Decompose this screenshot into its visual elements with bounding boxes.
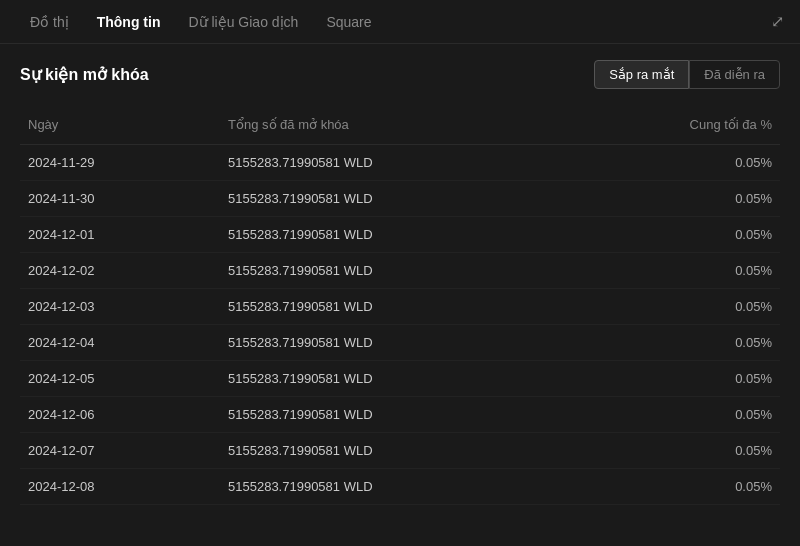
cell-max-supply-pct: 0.05% (580, 325, 780, 360)
cell-max-supply-pct: 0.05% (580, 181, 780, 216)
cell-max-supply-pct: 0.05% (580, 253, 780, 288)
cell-date: 2024-12-07 (20, 433, 220, 468)
cell-date: 2024-12-01 (20, 217, 220, 252)
cell-total-unlocked: 5155283.71990581 WLD (220, 217, 580, 252)
expand-icon[interactable]: ⤢ (771, 12, 784, 31)
col-header-total-unlocked: Tổng số đã mở khóa (220, 113, 580, 136)
col-header-date: Ngày (20, 113, 220, 136)
cell-total-unlocked: 5155283.71990581 WLD (220, 433, 580, 468)
cell-date: 2024-11-30 (20, 181, 220, 216)
filter-buttons: Sắp ra mắt Đã diễn ra (594, 60, 780, 89)
col-header-max-supply-pct: Cung tối đa % (580, 113, 780, 136)
tab-thong-tin[interactable]: Thông tin (83, 6, 175, 38)
table-row: 2024-12-075155283.71990581 WLD0.05% (20, 433, 780, 469)
table-body: 2024-11-295155283.71990581 WLD0.05%2024-… (20, 145, 780, 505)
cell-total-unlocked: 5155283.71990581 WLD (220, 361, 580, 396)
cell-max-supply-pct: 0.05% (580, 469, 780, 504)
cell-max-supply-pct: 0.05% (580, 289, 780, 324)
section-title: Sự kiện mở khóa (20, 65, 149, 84)
cell-total-unlocked: 5155283.71990581 WLD (220, 325, 580, 360)
cell-date: 2024-12-04 (20, 325, 220, 360)
cell-max-supply-pct: 0.05% (580, 145, 780, 180)
cell-max-supply-pct: 0.05% (580, 361, 780, 396)
table-row: 2024-12-085155283.71990581 WLD0.05% (20, 469, 780, 505)
cell-total-unlocked: 5155283.71990581 WLD (220, 181, 580, 216)
cell-max-supply-pct: 0.05% (580, 217, 780, 252)
table-row: 2024-12-025155283.71990581 WLD0.05% (20, 253, 780, 289)
filter-past-button[interactable]: Đã diễn ra (689, 60, 780, 89)
top-navigation: Đồ thị Thông tin Dữ liệu Giao dịch Squar… (0, 0, 800, 44)
cell-date: 2024-12-02 (20, 253, 220, 288)
cell-total-unlocked: 5155283.71990581 WLD (220, 469, 580, 504)
cell-total-unlocked: 5155283.71990581 WLD (220, 253, 580, 288)
cell-date: 2024-12-08 (20, 469, 220, 504)
cell-date: 2024-11-29 (20, 145, 220, 180)
table-row: 2024-12-035155283.71990581 WLD0.05% (20, 289, 780, 325)
cell-total-unlocked: 5155283.71990581 WLD (220, 397, 580, 432)
table-row: 2024-11-295155283.71990581 WLD0.05% (20, 145, 780, 181)
table-header: Ngày Tổng số đã mở khóa Cung tối đa % (20, 105, 780, 145)
cell-total-unlocked: 5155283.71990581 WLD (220, 289, 580, 324)
cell-date: 2024-12-03 (20, 289, 220, 324)
table-row: 2024-12-065155283.71990581 WLD0.05% (20, 397, 780, 433)
main-content: Sự kiện mở khóa Sắp ra mắt Đã diễn ra Ng… (0, 44, 800, 521)
cell-date: 2024-12-06 (20, 397, 220, 432)
table-row: 2024-12-045155283.71990581 WLD0.05% (20, 325, 780, 361)
tab-du-lieu-giao-dich[interactable]: Dữ liệu Giao dịch (174, 6, 312, 38)
cell-date: 2024-12-05 (20, 361, 220, 396)
tab-square[interactable]: Square (312, 6, 385, 38)
cell-total-unlocked: 5155283.71990581 WLD (220, 145, 580, 180)
tab-do-thi[interactable]: Đồ thị (16, 6, 83, 38)
table-row: 2024-11-305155283.71990581 WLD0.05% (20, 181, 780, 217)
section-header: Sự kiện mở khóa Sắp ra mắt Đã diễn ra (20, 60, 780, 89)
unlock-events-table: Ngày Tổng số đã mở khóa Cung tối đa % 20… (20, 105, 780, 505)
cell-max-supply-pct: 0.05% (580, 397, 780, 432)
table-row: 2024-12-055155283.71990581 WLD0.05% (20, 361, 780, 397)
filter-upcoming-button[interactable]: Sắp ra mắt (594, 60, 689, 89)
cell-max-supply-pct: 0.05% (580, 433, 780, 468)
table-row: 2024-12-015155283.71990581 WLD0.05% (20, 217, 780, 253)
